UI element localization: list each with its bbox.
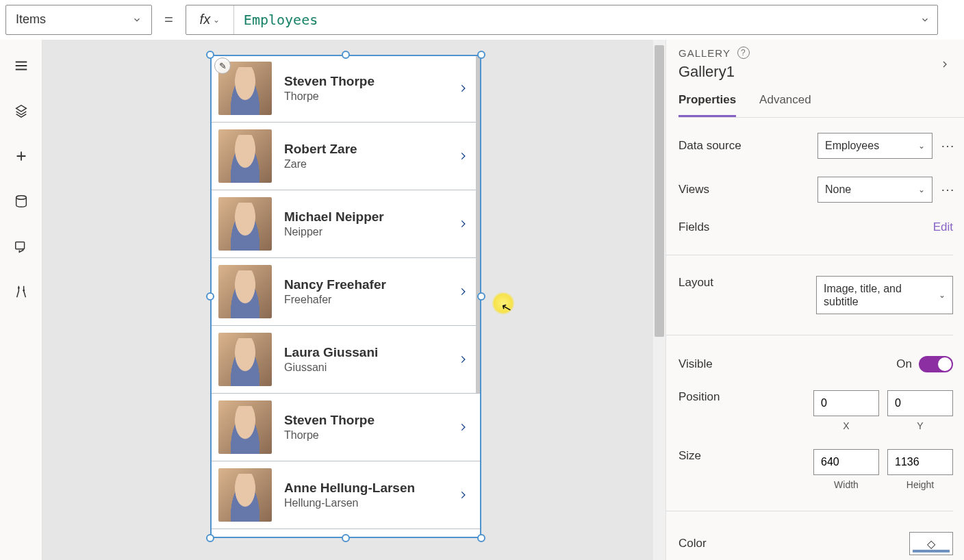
chevron-right-icon[interactable] (458, 216, 473, 231)
fx-icon[interactable]: fx ⌄ (186, 5, 234, 34)
row-views: Views None ⌄ ⋯ (678, 177, 953, 203)
item-subtitle: Hellung-Larsen (284, 497, 446, 509)
gallery-item[interactable]: Robert ZareZare (210, 123, 481, 190)
row-data-source: Data source Employees ⌄ ⋯ (678, 133, 953, 159)
resize-handle[interactable] (477, 292, 485, 301)
control-name: Gallery1 (678, 63, 964, 81)
chevron-right-icon[interactable] (458, 487, 473, 502)
tab-properties[interactable]: Properties (678, 93, 736, 117)
tree-view-icon[interactable] (13, 103, 29, 119)
data-icon[interactable] (13, 193, 29, 209)
resize-handle[interactable] (477, 51, 485, 59)
chevron-right-icon[interactable] (939, 59, 950, 70)
row-size: Size Width Height (678, 449, 953, 490)
item-title: Nancy Freehafer (284, 277, 446, 292)
x-label: X (843, 420, 849, 431)
gallery-item[interactable]: Laura GiussaniGiussani (210, 326, 481, 394)
color-picker[interactable]: ◇ (909, 532, 953, 555)
item-subtitle: Freehafer (284, 294, 446, 306)
height-label: Height (906, 479, 934, 490)
views-select[interactable]: None ⌄ (817, 177, 933, 203)
scrollbar-thumb[interactable] (655, 45, 664, 337)
data-source-select[interactable]: Employees ⌄ (817, 133, 933, 159)
chevron-right-icon[interactable] (458, 81, 473, 96)
item-title: Laura Giussani (284, 345, 446, 360)
svg-point-0 (16, 196, 26, 200)
y-label: Y (917, 420, 923, 431)
divider (666, 335, 953, 335)
resize-handle[interactable] (342, 534, 350, 542)
gallery-control-selected[interactable]: Steven ThorpeThorpeRobert ZareZareMichae… (210, 55, 481, 538)
gallery-control[interactable]: Steven ThorpeThorpeRobert ZareZareMichae… (210, 55, 481, 538)
position-y-input[interactable] (887, 390, 953, 416)
label-color: Color (678, 537, 901, 550)
position-x-input[interactable] (813, 390, 879, 416)
insert-icon[interactable] (13, 148, 29, 164)
formula-bar-row: Items = fx ⌄ Employees (0, 0, 964, 40)
divider (666, 511, 953, 511)
help-icon[interactable]: ? (737, 47, 750, 59)
property-selector-value: Items (16, 12, 46, 27)
chevron-right-icon[interactable] (458, 284, 473, 299)
svg-point-3 (23, 290, 25, 292)
resize-handle[interactable] (206, 51, 214, 59)
gallery-item[interactable]: Steven ThorpeThorpe (210, 55, 481, 123)
canvas-scrollbar[interactable] (653, 40, 665, 560)
size-height-input[interactable] (887, 449, 953, 475)
property-selector[interactable]: Items (5, 5, 152, 35)
resize-handle[interactable] (342, 51, 350, 59)
formula-bar[interactable]: fx ⌄ Employees (186, 5, 938, 35)
gallery-item[interactable]: Steven ThorpeThorpe (210, 394, 481, 461)
properties-body: Data source Employees ⌄ ⋯ Views None ⌄ ⋯… (678, 118, 964, 560)
media-icon[interactable] (13, 238, 29, 255)
label-visible: Visible (678, 357, 888, 371)
tools-icon[interactable] (13, 283, 29, 300)
formula-expand-chevron[interactable] (913, 15, 937, 25)
item-title: Robert Zare (284, 142, 446, 157)
tab-advanced[interactable]: Advanced (759, 93, 811, 117)
chevron-right-icon[interactable] (458, 420, 473, 435)
chevron-right-icon[interactable] (458, 352, 473, 367)
item-meta: Nancy FreehaferFreehafer (284, 277, 446, 306)
chevron-right-icon[interactable] (458, 149, 473, 164)
resize-handle[interactable] (206, 534, 214, 542)
canvas[interactable]: Steven ThorpeThorpeRobert ZareZareMichae… (42, 40, 652, 560)
gallery-item[interactable]: Anne Hellung-LarsenHellung-Larsen (210, 461, 481, 529)
avatar (218, 129, 272, 183)
cursor-highlight (492, 292, 515, 315)
width-label: Width (834, 479, 859, 490)
resize-handle[interactable] (477, 534, 485, 542)
item-title: Michael Neipper (284, 209, 446, 225)
avatar (218, 468, 272, 522)
formula-text[interactable]: Employees (234, 12, 913, 28)
label-position: Position (678, 390, 805, 404)
chevron-down-icon (132, 15, 142, 25)
resize-handle[interactable] (206, 292, 214, 301)
gallery-item[interactable]: Michael NeipperNeipper (210, 190, 481, 258)
svg-rect-1 (15, 242, 24, 249)
row-position: Position X Y (678, 390, 953, 431)
visible-toggle[interactable]: On (896, 356, 953, 372)
more-options-icon[interactable]: ⋯ (941, 138, 953, 154)
item-subtitle: Neipper (284, 226, 446, 238)
gallery-item[interactable]: Nancy FreehaferFreehafer (210, 258, 481, 326)
main-area: Steven ThorpeThorpeRobert ZareZareMichae… (0, 40, 964, 560)
divider (666, 255, 953, 255)
chevron-down-icon: ⌄ (939, 290, 946, 300)
row-color: Color ◇ (678, 532, 953, 555)
visible-toggle-text: On (896, 357, 912, 371)
item-subtitle: Giussani (284, 361, 446, 374)
panel-tabs: Properties Advanced (678, 93, 964, 118)
hamburger-icon[interactable] (13, 58, 29, 74)
item-meta: Steven ThorpeThorpe (284, 74, 446, 103)
edit-template-icon[interactable]: ✎ (214, 58, 231, 74)
row-fields: Fields Edit (678, 220, 953, 234)
canvas-area[interactable]: Steven ThorpeThorpeRobert ZareZareMichae… (42, 40, 665, 560)
item-title: Steven Thorpe (284, 74, 446, 89)
size-width-input[interactable] (813, 449, 879, 475)
item-title: Anne Hellung-Larsen (284, 481, 446, 496)
layout-select[interactable]: Image, title, and subtitle ⌄ (816, 276, 953, 314)
fields-edit-link[interactable]: Edit (933, 220, 953, 234)
more-options-icon[interactable]: ⋯ (941, 181, 953, 198)
scrollbar-thumb[interactable] (476, 55, 481, 393)
